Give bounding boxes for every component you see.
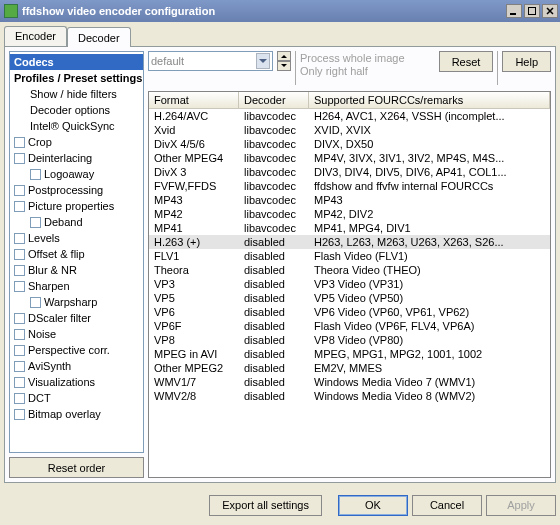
tree-item[interactable]: Warpsharp bbox=[10, 294, 143, 310]
table-row[interactable]: VP8disabledVP8 Video (VP80) bbox=[149, 333, 550, 347]
checkbox-icon[interactable] bbox=[14, 281, 25, 292]
tree-label: Sharpen bbox=[28, 279, 70, 293]
table-row[interactable]: WMV2/8disabledWindows Media Video 8 (WMV… bbox=[149, 389, 550, 403]
tree-item[interactable]: Logoaway bbox=[10, 166, 143, 182]
checkbox-icon[interactable] bbox=[14, 153, 25, 164]
col-remarks[interactable]: Supported FOURCCs/remarks bbox=[309, 92, 550, 108]
table-cell: libavcodec bbox=[239, 165, 309, 179]
tree-item[interactable]: Profiles / Preset settings bbox=[10, 70, 143, 86]
table-cell: MPEG, MPG1, MPG2, 1001, 1002 bbox=[309, 347, 550, 361]
tree-item[interactable]: DScaler filter bbox=[10, 310, 143, 326]
tree-item[interactable]: Codecs bbox=[10, 54, 143, 70]
minimize-button[interactable] bbox=[506, 4, 522, 18]
tree-label: Deband bbox=[44, 215, 83, 229]
tree-item[interactable]: Levels bbox=[10, 230, 143, 246]
tree-item[interactable]: Perspective corr. bbox=[10, 342, 143, 358]
help-button[interactable]: Help bbox=[502, 51, 551, 72]
tab-encoder[interactable]: Encoder bbox=[4, 26, 67, 46]
checkbox-icon[interactable] bbox=[14, 265, 25, 276]
table-row[interactable]: H.264/AVClibavcodecH264, AVC1, X264, VSS… bbox=[149, 109, 550, 123]
table-cell: Flash Video (FLV1) bbox=[309, 249, 550, 263]
reset-button[interactable]: Reset bbox=[439, 51, 494, 72]
checkbox-icon[interactable] bbox=[30, 169, 41, 180]
table-row[interactable]: WMV1/7disabledWindows Media Video 7 (WMV… bbox=[149, 375, 550, 389]
maximize-button[interactable] bbox=[524, 4, 540, 18]
apply-button[interactable]: Apply bbox=[486, 495, 556, 516]
tree-label: Profiles / Preset settings bbox=[14, 71, 142, 85]
tree-item[interactable]: Offset & flip bbox=[10, 246, 143, 262]
table-cell: libavcodec bbox=[239, 193, 309, 207]
tree-item[interactable]: Deband bbox=[10, 214, 143, 230]
table-row[interactable]: Other MPEG4libavcodecMP4V, 3IVX, 3IV1, 3… bbox=[149, 151, 550, 165]
checkbox-icon[interactable] bbox=[14, 393, 25, 404]
checkbox-icon[interactable] bbox=[14, 361, 25, 372]
bottom-bar: Export all settings OK Cancel Apply bbox=[4, 489, 556, 521]
table-row[interactable]: VP3disabledVP3 Video (VP31) bbox=[149, 277, 550, 291]
preset-dropdown[interactable]: default bbox=[148, 51, 273, 71]
checkbox-icon[interactable] bbox=[14, 185, 25, 196]
checkbox-icon[interactable] bbox=[14, 329, 25, 340]
tab-decoder[interactable]: Decoder bbox=[67, 27, 131, 47]
table-row[interactable]: Other MPEG2disabledEM2V, MMES bbox=[149, 361, 550, 375]
table-row[interactable]: VP6disabledVP6 Video (VP60, VP61, VP62) bbox=[149, 305, 550, 319]
table-cell: Windows Media Video 8 (WMV2) bbox=[309, 389, 550, 403]
table-cell: libavcodec bbox=[239, 123, 309, 137]
ok-button[interactable]: OK bbox=[338, 495, 408, 516]
checkbox-icon[interactable] bbox=[14, 377, 25, 388]
tree-item[interactable]: DCT bbox=[10, 390, 143, 406]
preset-stepper[interactable] bbox=[277, 51, 291, 71]
filter-tree[interactable]: CodecsProfiles / Preset settingsShow / h… bbox=[9, 51, 144, 453]
tree-item[interactable]: Bitmap overlay bbox=[10, 406, 143, 422]
table-row[interactable]: MPEG in AVIdisabledMPEG, MPG1, MPG2, 100… bbox=[149, 347, 550, 361]
export-button[interactable]: Export all settings bbox=[209, 495, 322, 516]
table-cell: libavcodec bbox=[239, 207, 309, 221]
table-row[interactable]: MP43libavcodecMP43 bbox=[149, 193, 550, 207]
tree-item[interactable]: Deinterlacing bbox=[10, 150, 143, 166]
tree-item[interactable]: AviSynth bbox=[10, 358, 143, 374]
tree-item[interactable]: Blur & NR bbox=[10, 262, 143, 278]
table-row[interactable]: DivX 3libavcodecDIV3, DIV4, DIV5, DIV6, … bbox=[149, 165, 550, 179]
table-row[interactable]: H.263 (+)disabledH263, L263, M263, U263,… bbox=[149, 235, 550, 249]
step-up-icon[interactable] bbox=[277, 51, 291, 61]
table-row[interactable]: TheoradisabledTheora Video (THEO) bbox=[149, 263, 550, 277]
table-row[interactable]: MP41libavcodecMP41, MPG4, DIV1 bbox=[149, 221, 550, 235]
tree-item[interactable]: Show / hide filters bbox=[10, 86, 143, 102]
close-button[interactable] bbox=[542, 4, 558, 18]
col-decoder[interactable]: Decoder bbox=[239, 92, 309, 108]
tree-item[interactable]: Postprocessing bbox=[10, 182, 143, 198]
table-row[interactable]: VP5disabledVP5 Video (VP50) bbox=[149, 291, 550, 305]
table-cell: DIV3, DIV4, DIV5, DIV6, AP41, COL1... bbox=[309, 165, 550, 179]
table-cell: VP8 Video (VP80) bbox=[309, 333, 550, 347]
table-row[interactable]: VP6FdisabledFlash Video (VP6F, FLV4, VP6… bbox=[149, 319, 550, 333]
table-cell: libavcodec bbox=[239, 109, 309, 123]
checkbox-icon[interactable] bbox=[14, 345, 25, 356]
tree-item[interactable]: Sharpen bbox=[10, 278, 143, 294]
cancel-button[interactable]: Cancel bbox=[412, 495, 482, 516]
table-row[interactable]: XvidlibavcodecXVID, XVIX bbox=[149, 123, 550, 137]
tree-item[interactable]: Crop bbox=[10, 134, 143, 150]
table-row[interactable]: FVFW,FFDSlibavcodecffdshow and ffvfw int… bbox=[149, 179, 550, 193]
col-format[interactable]: Format bbox=[149, 92, 239, 108]
tree-item[interactable]: Decoder options bbox=[10, 102, 143, 118]
checkbox-icon[interactable] bbox=[14, 409, 25, 420]
checkbox-icon[interactable] bbox=[14, 313, 25, 324]
tree-item[interactable]: Intel® QuickSync bbox=[10, 118, 143, 134]
table-cell: disabled bbox=[239, 249, 309, 263]
tree-item[interactable]: Visualizations bbox=[10, 374, 143, 390]
table-cell: disabled bbox=[239, 319, 309, 333]
checkbox-icon[interactable] bbox=[30, 217, 41, 228]
tree-label: Offset & flip bbox=[28, 247, 85, 261]
reset-order-button[interactable]: Reset order bbox=[9, 457, 144, 478]
table-row[interactable]: MP42libavcodecMP42, DIV2 bbox=[149, 207, 550, 221]
checkbox-icon[interactable] bbox=[14, 137, 25, 148]
tree-item[interactable]: Noise bbox=[10, 326, 143, 342]
step-down-icon[interactable] bbox=[277, 61, 291, 71]
table-row[interactable]: FLV1disabledFlash Video (FLV1) bbox=[149, 249, 550, 263]
checkbox-icon[interactable] bbox=[14, 201, 25, 212]
checkbox-icon[interactable] bbox=[30, 297, 41, 308]
table-row[interactable]: DivX 4/5/6libavcodecDIVX, DX50 bbox=[149, 137, 550, 151]
checkbox-icon[interactable] bbox=[14, 233, 25, 244]
tree-item[interactable]: Picture properties bbox=[10, 198, 143, 214]
checkbox-icon[interactable] bbox=[14, 249, 25, 260]
table-cell: disabled bbox=[239, 277, 309, 291]
